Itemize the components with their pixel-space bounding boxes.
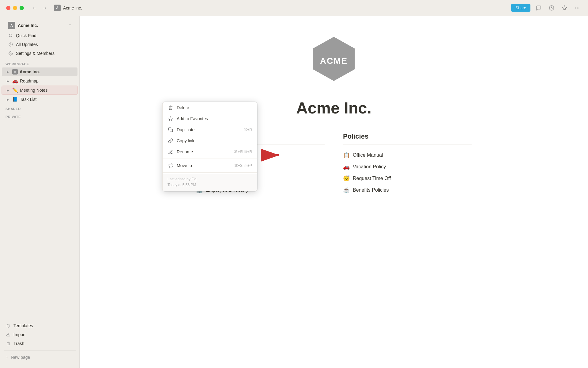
tree-toggle-meeting-notes[interactable]: ▶ bbox=[6, 88, 10, 93]
ctx-duplicate[interactable]: Duplicate ⌘+D bbox=[163, 124, 257, 135]
templates-icon: ⬡ bbox=[6, 323, 11, 328]
workspace-icon: A bbox=[54, 5, 61, 11]
back-button[interactable]: ← bbox=[30, 4, 39, 12]
svg-rect-11 bbox=[170, 129, 173, 132]
svg-marker-10 bbox=[168, 117, 172, 121]
new-page-label: New page bbox=[11, 355, 30, 360]
tree-toggle-task-list[interactable]: ▶ bbox=[6, 97, 10, 102]
ctx-duplicate-shortcut: ⌘+D bbox=[243, 128, 252, 132]
content-link-text: Vacation Policy bbox=[353, 164, 386, 170]
office-manual-emoji: 📋 bbox=[343, 152, 350, 159]
svg-marker-1 bbox=[562, 6, 567, 10]
rename-icon bbox=[168, 149, 174, 155]
ctx-delete[interactable]: Delete bbox=[163, 102, 257, 113]
tree-item-label: Meeting Notes bbox=[20, 88, 74, 93]
sidebar-item-label: Templates bbox=[13, 323, 33, 328]
minimize-button[interactable] bbox=[13, 6, 17, 10]
sidebar-item-meeting-notes[interactable]: ▶ ✏️ Meeting Notes bbox=[2, 86, 77, 94]
main-layout: A Acme Inc. ⌃ Quick Find All Updates bbox=[0, 16, 588, 368]
tree-item-label: Task List bbox=[20, 97, 74, 102]
sidebar-item-roadmap[interactable]: ▶ 🚗 Roadmap bbox=[2, 77, 77, 85]
policies-section: Policies 📋 Office Manual 🚗 Vacation Poli… bbox=[343, 132, 472, 196]
history-icon[interactable] bbox=[547, 3, 556, 13]
workspace-logo: A bbox=[8, 22, 15, 29]
new-page-button[interactable]: + New page bbox=[2, 353, 77, 362]
share-button[interactable]: Share bbox=[511, 4, 530, 12]
sidebar-item-label: Trash bbox=[13, 341, 24, 346]
ctx-rename-label: Rename bbox=[177, 149, 231, 154]
tree-item-label: Roadmap bbox=[20, 79, 74, 83]
sidebar-divider bbox=[4, 350, 76, 351]
red-arrow-icon bbox=[260, 148, 282, 166]
link-icon bbox=[168, 138, 174, 144]
ctx-copy-link[interactable]: Copy link bbox=[163, 135, 257, 146]
acme-icon: A bbox=[12, 69, 18, 75]
ctx-rename[interactable]: Rename ⌘+Shift+R bbox=[163, 146, 257, 157]
page-title: Acme Inc. bbox=[296, 99, 371, 117]
svg-point-4 bbox=[579, 7, 579, 8]
ctx-footer: Last edited by Fig Today at 5:56 PM bbox=[163, 174, 257, 191]
ctx-move-to-shortcut: ⌘+Shift+P bbox=[234, 163, 252, 168]
sidebar-top: A Acme Inc. ⌃ Quick Find All Updates bbox=[0, 18, 79, 59]
maximize-button[interactable] bbox=[20, 6, 24, 10]
ctx-add-to-favorites[interactable]: Add to Favorites bbox=[163, 113, 257, 124]
ctx-copy-link-label: Copy link bbox=[177, 138, 252, 143]
sidebar-item-task-list[interactable]: ▶ 📘 Task List bbox=[2, 95, 77, 104]
titlebar-actions: Share bbox=[511, 3, 582, 13]
benefits-policies-emoji: ☕ bbox=[343, 187, 350, 194]
settings-icon bbox=[8, 51, 13, 56]
content-link-text: Benefits Policies bbox=[353, 187, 389, 193]
svg-point-3 bbox=[577, 7, 578, 8]
workspace-header[interactable]: A Acme Inc. ⌃ bbox=[4, 20, 75, 31]
task-list-emoji: 📘 bbox=[12, 97, 18, 102]
ctx-rename-shortcut: ⌘+Shift+R bbox=[234, 150, 252, 154]
sidebar-item-quick-find[interactable]: Quick Find bbox=[4, 31, 75, 40]
svg-point-5 bbox=[9, 34, 12, 37]
tree-toggle-roadmap[interactable]: ▶ bbox=[6, 79, 10, 83]
ctx-edit-time: Today at 5:56 PM bbox=[168, 182, 252, 188]
sidebar-item-all-updates[interactable]: All Updates bbox=[4, 40, 75, 49]
sidebar-item-templates[interactable]: ⬡ Templates bbox=[2, 321, 77, 330]
sidebar-item-settings[interactable]: Settings & Members bbox=[4, 49, 75, 58]
svg-point-8 bbox=[10, 53, 11, 54]
roadmap-emoji: 🚗 bbox=[12, 78, 18, 84]
ctx-footer-divider bbox=[163, 172, 257, 173]
forward-button[interactable]: → bbox=[40, 4, 49, 12]
sidebar-item-import[interactable]: Import bbox=[2, 330, 77, 339]
trash-icon: 🗑 bbox=[6, 341, 11, 346]
content-link-benefits-policies[interactable]: ☕ Benefits Policies bbox=[343, 184, 472, 196]
more-options-icon[interactable] bbox=[573, 3, 582, 13]
svg-line-6 bbox=[12, 36, 13, 37]
search-icon bbox=[8, 33, 13, 38]
breadcrumb-title: Acme Inc. bbox=[63, 6, 82, 10]
sidebar-item-trash[interactable]: 🗑 Trash bbox=[2, 339, 77, 348]
tree-toggle-acme[interactable]: ▶ bbox=[6, 69, 10, 74]
content-area: Delete Add to Favorites Duplicate ⌘+D C bbox=[80, 16, 588, 368]
star-icon bbox=[168, 116, 174, 122]
context-menu: Delete Add to Favorites Duplicate ⌘+D C bbox=[162, 102, 257, 191]
workspace-chevron-icon: ⌃ bbox=[69, 24, 71, 28]
ctx-move-to-label: Move to bbox=[177, 163, 231, 168]
section-shared-label: SHARED bbox=[0, 104, 79, 112]
favorite-icon[interactable] bbox=[560, 3, 569, 13]
plus-icon: + bbox=[6, 355, 8, 360]
comment-icon[interactable] bbox=[534, 3, 543, 13]
import-icon bbox=[6, 332, 11, 337]
content-link-office-manual[interactable]: 📋 Office Manual bbox=[343, 149, 472, 161]
meeting-notes-emoji: ✏️ bbox=[12, 87, 18, 93]
content-link-vacation-policy[interactable]: 🚗 Vacation Policy bbox=[343, 161, 472, 173]
sidebar: A Acme Inc. ⌃ Quick Find All Updates bbox=[0, 16, 80, 368]
sidebar-item-label: Settings & Members bbox=[16, 51, 55, 56]
ctx-delete-label: Delete bbox=[177, 105, 252, 110]
svg-point-2 bbox=[575, 7, 576, 8]
clock-icon bbox=[8, 42, 13, 47]
sidebar-item-acme[interactable]: ▶ A Acme Inc. bbox=[2, 67, 77, 76]
close-button[interactable] bbox=[6, 6, 10, 10]
ctx-add-to-favorites-label: Add to Favorites bbox=[177, 116, 252, 121]
ctx-move-to[interactable]: Move to ⌘+Shift+P bbox=[163, 160, 257, 171]
acme-logo: ACME bbox=[309, 34, 358, 83]
nav-arrows: ← → bbox=[30, 4, 49, 12]
content-link-request-time-off[interactable]: 😴 Request Time Off bbox=[343, 173, 472, 184]
vacation-policy-emoji: 🚗 bbox=[343, 163, 350, 170]
section-workspace-label: WORKSPACE bbox=[0, 59, 79, 67]
